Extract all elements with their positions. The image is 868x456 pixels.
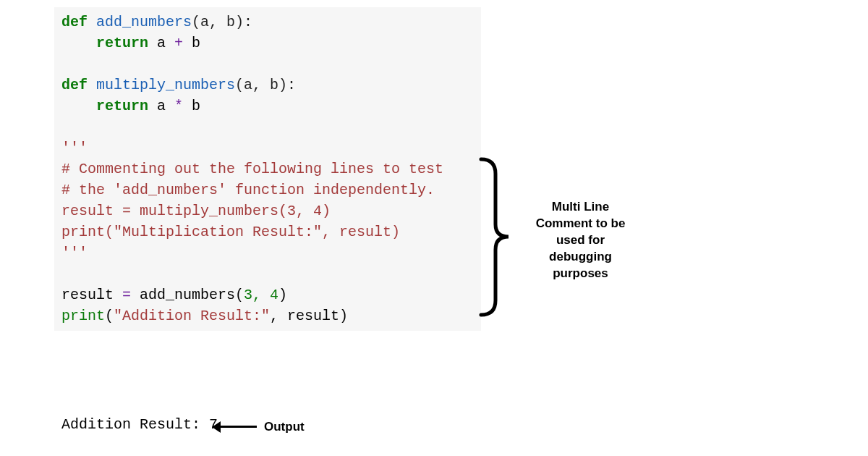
keyword-return: return xyxy=(96,98,148,114)
expr: a xyxy=(148,98,174,114)
expr-b: b xyxy=(183,98,200,114)
expr: a xyxy=(148,35,174,51)
args: 3, 4 xyxy=(244,287,278,303)
keyword-return: return xyxy=(96,35,148,51)
commented-code-2: print("Multiplication Result:", result) xyxy=(61,224,400,240)
triple-quote-close: ''' xyxy=(61,245,88,261)
keyword-def: def xyxy=(61,14,88,30)
fn-print: print xyxy=(61,308,105,324)
commented-code-1: result = multiply_numbers(3, 4) xyxy=(61,203,331,219)
open-paren: ( xyxy=(105,308,114,324)
triple-quote-open: ''' xyxy=(61,140,88,156)
expr-b: b xyxy=(183,35,200,51)
params: (a, b): xyxy=(235,77,296,93)
curly-brace-icon xyxy=(474,156,517,318)
assignment-lhs: result xyxy=(61,287,122,303)
string-literal: "Addition Result:" xyxy=(114,308,270,324)
output-text: Addition Result: 7 xyxy=(61,416,218,433)
keyword-def: def xyxy=(61,77,88,93)
arrow-left-icon xyxy=(213,421,257,431)
op-plus: + xyxy=(174,35,183,51)
close-paren: ) xyxy=(278,287,287,303)
fn-add-numbers: add_numbers xyxy=(96,14,192,30)
op-star: * xyxy=(174,98,183,114)
fn-call: add_numbers( xyxy=(131,287,244,303)
op-equals: = xyxy=(122,287,131,303)
code-block: def add_numbers(a, b): return a + b def … xyxy=(54,7,481,331)
comment-line-1: # Commenting out the following lines to … xyxy=(61,161,443,177)
fn-multiply-numbers: multiply_numbers xyxy=(96,77,235,93)
comment-line-2: # the 'add_numbers' function independent… xyxy=(61,182,435,198)
annotation-text: Multi Line Comment to be used for debugg… xyxy=(524,199,637,282)
rest-args: , result) xyxy=(270,308,348,324)
output-label: Output xyxy=(264,420,305,434)
params: (a, b): xyxy=(192,14,252,30)
